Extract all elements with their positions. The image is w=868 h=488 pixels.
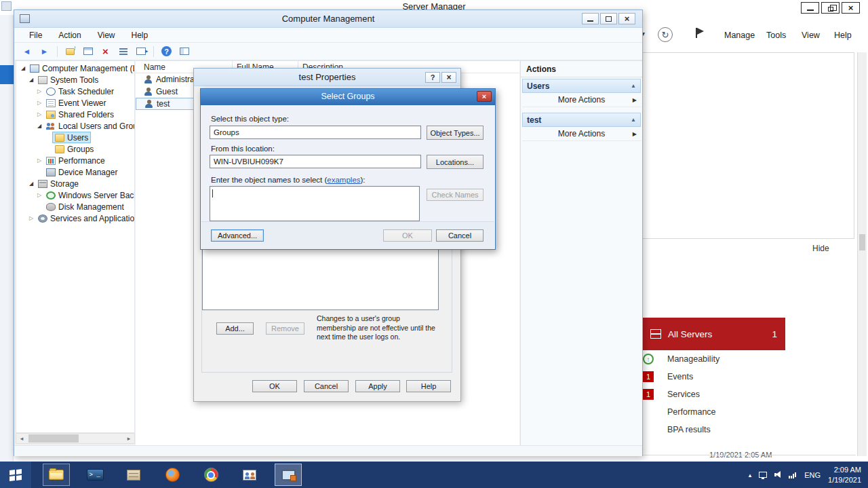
refresh-button[interactable]: ↻ <box>658 27 673 42</box>
scroll-right-icon[interactable]: ▸ <box>123 434 134 443</box>
expander-open-icon[interactable]: ◢ <box>27 181 35 187</box>
forward-button[interactable]: ► <box>37 45 52 58</box>
taskbar-file-cabinet[interactable] <box>120 464 147 486</box>
remove-button[interactable]: Remove <box>266 322 304 335</box>
ok-button[interactable]: OK <box>252 380 297 392</box>
expander-open-icon[interactable]: ◢ <box>19 66 27 71</box>
server-manager-nav-selected-indicator[interactable] <box>0 65 14 84</box>
expander-closed-icon[interactable]: ▷ <box>27 216 35 221</box>
object-type-field[interactable]: Groups <box>210 126 421 139</box>
export-list-button[interactable] <box>134 45 148 58</box>
title-bar[interactable]: Computer Management × <box>14 10 642 28</box>
tree-item-groups[interactable]: Groups <box>16 143 134 155</box>
minimize-button[interactable] <box>801 2 819 14</box>
list-view-button[interactable] <box>116 45 130 58</box>
menu-action[interactable]: Action <box>53 29 86 41</box>
check-names-button[interactable]: Check Names <box>427 189 484 201</box>
status-row-bpa-results[interactable]: BPA results <box>642 421 805 438</box>
advanced-button[interactable]: Advanced... <box>211 229 264 242</box>
up-level-button[interactable] <box>63 45 77 58</box>
menu-view[interactable]: View <box>92 29 121 41</box>
language-indicator[interactable]: ENG <box>804 471 821 479</box>
tree-item-shared-folders[interactable]: ▷ Shared Folders <box>16 109 134 120</box>
apply-button[interactable]: Apply <box>355 380 400 392</box>
taskbar-firefox[interactable] <box>159 464 186 486</box>
tray-network-icon[interactable] <box>789 471 797 478</box>
close-button[interactable]: × <box>477 91 492 102</box>
context-help-button[interactable]: ? <box>425 72 440 83</box>
actions-section-test[interactable]: test ▲ <box>522 113 641 127</box>
expander-closed-icon[interactable]: ▷ <box>35 89 43 94</box>
tree-item-disk-management[interactable]: Disk Management <box>16 201 134 212</box>
location-field[interactable]: WIN-UVBIUH099K7 <box>210 155 421 168</box>
title-bar[interactable]: test Properties ? × <box>194 69 460 86</box>
expander-open-icon[interactable]: ◢ <box>35 124 43 129</box>
all-servers-tile[interactable]: All Servers 1 <box>642 318 785 350</box>
tray-expand-icon[interactable]: ▴ <box>749 472 752 478</box>
scrollbar-thumb[interactable] <box>859 234 865 250</box>
tree-item-windows-server-backup[interactable]: ▷ Windows Server Backup <box>16 189 134 201</box>
scrollbar-thumb[interactable] <box>28 434 79 443</box>
title-bar[interactable]: Select Groups × <box>201 89 495 105</box>
tree-item-storage[interactable]: ◢ Storage <box>16 178 134 189</box>
taskbar-users-console[interactable] <box>236 464 263 486</box>
minimize-button[interactable] <box>582 13 599 24</box>
clock[interactable]: 2:09 AM 1/19/2021 <box>828 465 861 485</box>
scroll-left-icon[interactable]: ◂ <box>16 434 27 443</box>
tree-item-device-manager[interactable]: Device Manager <box>16 166 134 178</box>
close-button[interactable]: × <box>618 13 635 24</box>
expander-closed-icon[interactable]: ▷ <box>35 100 43 106</box>
delete-button[interactable]: × <box>98 45 113 58</box>
menu-file[interactable]: File <box>24 29 47 41</box>
tree-item-local-users-and-groups[interactable]: ◢ Local Users and Groups <box>16 120 134 132</box>
tree-item-system-tools[interactable]: ◢ System Tools <box>16 74 134 86</box>
tree-item-event-viewer[interactable]: ▷ Event Viewer <box>16 97 134 109</box>
ok-button[interactable]: OK <box>383 229 432 242</box>
maximize-button[interactable] <box>600 13 617 24</box>
collapse-icon[interactable]: ▲ <box>631 83 636 89</box>
object-types-button[interactable]: Object Types... <box>427 126 484 140</box>
tree-item-services-and-applications[interactable]: ▷ Services and Applications <box>16 212 134 224</box>
tree-item-users[interactable]: Users <box>16 132 134 143</box>
taskbar-computer-management[interactable] <box>275 464 302 486</box>
restore-button[interactable] <box>821 2 840 14</box>
properties-button[interactable] <box>81 45 95 58</box>
tree-item-task-scheduler[interactable]: ▷ Task Scheduler <box>16 86 134 97</box>
scrollbar-track[interactable] <box>27 434 123 443</box>
back-button[interactable]: ◄ <box>20 45 34 58</box>
tree-item-performance[interactable]: ▷ Performance <box>16 155 134 166</box>
notifications-flag-button[interactable] <box>696 28 697 40</box>
horizontal-scrollbar[interactable]: ◂ ▸ <box>16 433 135 444</box>
menu-tools[interactable]: Tools <box>762 28 790 43</box>
add-button[interactable]: Add... <box>216 322 254 335</box>
actions-section-users[interactable]: Users ▲ <box>522 79 641 93</box>
taskbar-file-explorer[interactable] <box>43 464 70 486</box>
cancel-button[interactable]: Cancel <box>304 380 349 392</box>
expander-closed-icon[interactable]: ▷ <box>35 158 43 164</box>
close-button[interactable]: × <box>441 72 456 83</box>
tray-monitor-icon[interactable] <box>759 472 767 478</box>
menu-help[interactable]: Help <box>830 28 856 43</box>
more-actions-users[interactable]: More Actions ▶ <box>522 93 641 107</box>
cancel-button[interactable]: Cancel <box>436 229 484 242</box>
taskbar-powershell[interactable] <box>81 464 108 486</box>
tray-speaker-icon[interactable] <box>774 471 781 478</box>
menu-help[interactable]: Help <box>126 29 154 41</box>
close-button[interactable]: × <box>842 2 860 14</box>
status-row-performance[interactable]: Performance <box>642 403 805 421</box>
collapse-icon[interactable]: ▲ <box>631 117 636 123</box>
help-button[interactable]: Help <box>406 380 451 392</box>
menu-manage[interactable]: Manage <box>720 28 759 43</box>
status-row-events[interactable]: 1 Events <box>642 368 805 386</box>
status-row-services[interactable]: 1 Services <box>642 386 805 403</box>
examples-link[interactable]: examples <box>327 176 360 184</box>
taskbar-chrome[interactable] <box>197 464 224 486</box>
show-console-tree-button[interactable] <box>177 45 191 58</box>
scrollbar[interactable] <box>857 52 867 456</box>
start-button[interactable] <box>0 462 31 488</box>
menu-view[interactable]: View <box>797 28 824 43</box>
more-actions-test[interactable]: More Actions ▶ <box>522 127 641 141</box>
hide-link[interactable]: Hide <box>808 242 833 255</box>
expander-closed-icon[interactable]: ▷ <box>35 112 43 117</box>
object-names-input[interactable] <box>210 186 420 221</box>
